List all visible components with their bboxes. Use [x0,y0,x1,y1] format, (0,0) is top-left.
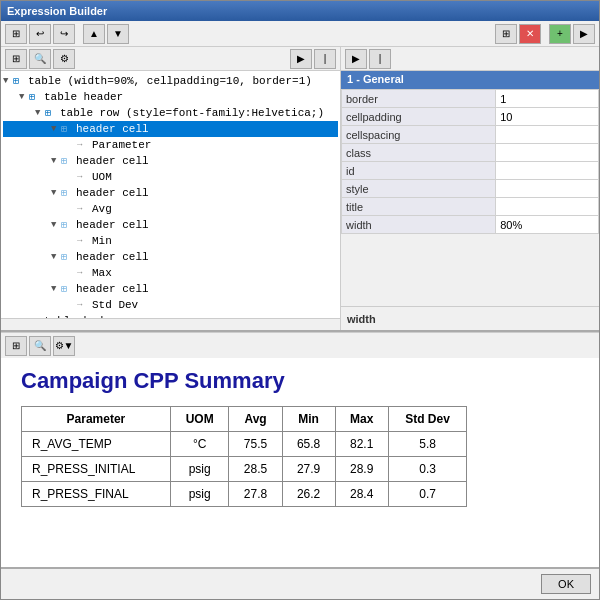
toolbar-btn-green[interactable]: + [549,24,571,44]
tree-node-hcell-min[interactable]: ▼ ⊞ header cell [3,217,338,233]
tree-toggle[interactable]: ▼ [51,284,61,294]
toolbar-btn-down[interactable]: ▼ [107,24,129,44]
tree-toggle [67,172,77,182]
bottom-btn3[interactable]: ⚙▼ [53,336,75,356]
tree-toggle[interactable]: ▼ [51,220,61,230]
tree-toolbar-btn4[interactable]: ▶ [290,49,312,69]
property-row[interactable]: title [342,198,599,216]
property-name: title [342,198,496,216]
tree-node-label: Std Dev [92,299,138,311]
property-value[interactable]: 80% [496,216,599,234]
tree-node-min-text[interactable]: → Min [3,233,338,249]
property-value[interactable] [496,144,599,162]
bottom-btn2[interactable]: 🔍 [29,336,51,356]
tree-node-param-text[interactable]: → Parameter [3,137,338,153]
text-icon: → [77,140,91,150]
tree-node-label: header cell [76,187,149,199]
tree-panel: ⊞ 🔍 ⚙ ▶ | ▼ ⊞ table (width=90%, cellpadd… [1,47,341,330]
toolbar-btn-close[interactable]: ✕ [519,24,541,44]
property-row[interactable]: cellpadding10 [342,108,599,126]
table-header-cell: Avg [229,407,282,432]
tree-toolbar-btn5[interactable]: | [314,49,336,69]
table-cell: 75.5 [229,432,282,457]
property-row[interactable]: cellspacing [342,126,599,144]
table-cell: 82.1 [335,432,388,457]
property-name: id [342,162,496,180]
table-header-cell: Min [282,407,335,432]
property-row[interactable]: class [342,144,599,162]
property-row[interactable]: width80% [342,216,599,234]
properties-section-header: 1 - General [341,71,599,89]
property-value[interactable] [496,162,599,180]
tree-node-label: table row (style=font-family:Helvetica;) [60,107,324,119]
cell-icon: ⊞ [61,219,75,231]
table-cell: 5.8 [388,432,467,457]
title-bar: Expression Builder [1,1,599,21]
toolbar-btn-2[interactable]: ↩ [29,24,51,44]
tree-toggle[interactable]: ▼ [35,108,45,118]
cell-icon: ⊞ [61,155,75,167]
property-row[interactable]: style [342,180,599,198]
property-value[interactable]: 1 [496,90,599,108]
table-icon: ⊞ [45,107,59,119]
prop-toolbar-btn1[interactable]: ▶ [345,49,367,69]
tree-node-max-text[interactable]: → Max [3,265,338,281]
tree-toolbar-btn2[interactable]: 🔍 [29,49,51,69]
toolbar-btn-1[interactable]: ⊞ [5,24,27,44]
table-cell: 28.4 [335,482,388,507]
tree-node-uom-text[interactable]: → UOM [3,169,338,185]
property-value[interactable] [496,126,599,144]
tree-toggle [67,268,77,278]
tree-toggle[interactable]: ▼ [51,124,61,134]
tree-toggle[interactable]: ▼ [51,156,61,166]
property-name: width [342,216,496,234]
tree-toolbar-btn1[interactable]: ⊞ [5,49,27,69]
table-icon: ⊞ [29,91,43,103]
property-row[interactable]: border1 [342,90,599,108]
toolbar-btn-up[interactable]: ▲ [83,24,105,44]
tree-scrollbar[interactable] [1,318,340,330]
tree-node-table[interactable]: ▼ ⊞ table (width=90%, cellpadding=10, bo… [3,73,338,89]
bottom-btn1[interactable]: ⊞ [5,336,27,356]
property-value[interactable] [496,198,599,216]
ok-button[interactable]: OK [541,574,591,594]
tree-toggle[interactable]: ▼ [51,188,61,198]
tree-node-label: header cell [76,123,149,135]
table-cell: °C [170,432,229,457]
tree-toolbar-btn3[interactable]: ⚙ [53,49,75,69]
tree-node-avg-text[interactable]: → Avg [3,201,338,217]
tree-toggle [67,300,77,310]
property-value[interactable]: 10 [496,108,599,126]
tree-node-hcell-avg[interactable]: ▼ ⊞ header cell [3,185,338,201]
toolbar-btn-grid[interactable]: ⊞ [495,24,517,44]
table-row: R_PRESS_INITIALpsig28.527.928.90.3 [22,457,467,482]
tree-node-trow[interactable]: ▼ ⊞ table row (style=font-family:Helveti… [3,105,338,121]
tree-toggle[interactable]: ▼ [51,252,61,262]
tree-node-label: Min [92,235,112,247]
tree-node-stddev-text[interactable]: → Std Dev [3,297,338,313]
toolbar-btn-3[interactable]: ↪ [53,24,75,44]
tree-node-thead[interactable]: ▼ ⊞ table header [3,89,338,105]
tree-view[interactable]: ▼ ⊞ table (width=90%, cellpadding=10, bo… [1,71,340,318]
tree-node-hcell-uom[interactable]: ▼ ⊞ header cell [3,153,338,169]
property-value[interactable] [496,180,599,198]
table-row: R_AVG_TEMP°C75.565.882.15.8 [22,432,467,457]
tree-node-hcell-param[interactable]: ▼ ⊞ header cell [3,121,338,137]
properties-table: border1cellpadding10cellspacingclassidst… [341,89,599,234]
property-row[interactable]: id [342,162,599,180]
table-cell: 26.2 [282,482,335,507]
table-cell: R_AVG_TEMP [22,432,171,457]
tree-node-hcell-max[interactable]: ▼ ⊞ header cell [3,249,338,265]
prop-toolbar-btn2[interactable]: | [369,49,391,69]
properties-footer-label: width [347,313,376,325]
property-name: cellspacing [342,126,496,144]
tree-toggle[interactable]: ▼ [3,76,13,86]
toolbar-btn-nav[interactable]: ▶ [573,24,595,44]
tree-toggle[interactable]: ▼ [19,92,29,102]
property-name: border [342,90,496,108]
table-icon: ⊞ [13,75,27,87]
table-cell: 0.7 [388,482,467,507]
properties-section-title: 1 - General [347,73,404,85]
dialog-bottom: OK [1,567,599,599]
tree-node-hcell-stddev[interactable]: ▼ ⊞ header cell [3,281,338,297]
